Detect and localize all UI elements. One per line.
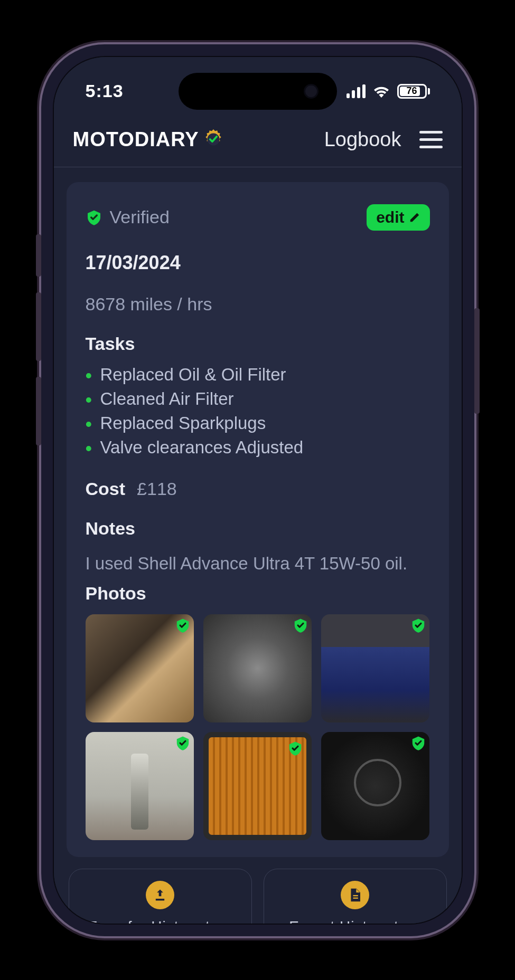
shield-check-icon — [86, 209, 102, 226]
wifi-icon — [373, 85, 390, 98]
task-item: Valve clearances Adjusted — [100, 435, 430, 460]
app-header: MOTODIARY Logbook — [54, 128, 462, 167]
header-section-label[interactable]: Logbook — [324, 128, 401, 151]
photo-thumbnail[interactable] — [203, 732, 312, 840]
battery-indicator: 76 — [397, 84, 430, 99]
entry-mileage: 8678 miles / hrs — [86, 294, 430, 315]
svg-rect-1 — [353, 895, 358, 896]
svg-rect-2 — [353, 898, 358, 899]
shield-check-icon — [287, 740, 303, 756]
photo-thumbnail[interactable] — [86, 732, 194, 840]
shield-check-icon — [410, 735, 426, 751]
task-item: Cleaned Air Filter — [100, 387, 430, 411]
menu-button[interactable] — [419, 131, 443, 148]
tasks-heading: Tasks — [86, 334, 430, 354]
photo-grid — [86, 614, 430, 841]
shield-check-icon — [293, 617, 308, 633]
verified-badge: Verified — [86, 207, 170, 227]
log-entry-card: Verified edit 17/03/2024 8678 miles / hr… — [67, 182, 449, 858]
brand-name: MOTODIARY — [73, 128, 199, 151]
task-item: Replaced Sparkplugs — [100, 411, 430, 435]
battery-percentage: 76 — [406, 85, 417, 97]
tasks-list: Replaced Oil & Oil Filter Cleaned Air Fi… — [86, 363, 430, 460]
phone-frame: 5:13 76 — [41, 44, 474, 936]
entry-date: 17/03/2024 — [86, 252, 430, 274]
notes-heading: Notes — [86, 518, 430, 539]
gear-check-icon — [202, 128, 224, 150]
export-pdf-label: Export History to a PDF file — [274, 917, 437, 923]
verified-label: Verified — [110, 207, 170, 227]
photo-thumbnail[interactable] — [321, 614, 429, 722]
app-screen: 5:13 76 — [54, 57, 462, 924]
photo-thumbnail[interactable] — [86, 614, 194, 722]
photo-thumbnail[interactable] — [203, 614, 312, 722]
photos-heading: Photos — [86, 583, 430, 604]
export-pdf-button[interactable]: Export History to a PDF file — [264, 869, 447, 923]
front-camera — [304, 84, 319, 99]
app-brand[interactable]: MOTODIARY — [73, 128, 224, 151]
task-item: Replaced Oil & Oil Filter — [100, 363, 430, 387]
cost-label: Cost — [86, 479, 126, 499]
edit-button-label: edit — [376, 208, 404, 226]
transfer-history-label: Transfer History to a new owner — [79, 917, 242, 923]
upload-icon — [146, 881, 174, 909]
shield-check-icon — [410, 617, 426, 633]
shield-check-icon — [175, 617, 191, 633]
status-time: 5:13 — [86, 81, 124, 101]
document-icon — [341, 881, 369, 909]
notes-body: I used Shell Advance Ultra 4T 15W-50 oil… — [86, 554, 430, 574]
cellular-signal-icon — [347, 84, 366, 98]
pencil-icon — [409, 212, 420, 223]
phone-volume-down — [36, 377, 41, 445]
phone-power-button — [474, 308, 480, 414]
shield-check-icon — [175, 735, 191, 751]
phone-side-button — [36, 234, 41, 277]
photo-thumbnail[interactable] — [321, 732, 429, 840]
transfer-history-button[interactable]: Transfer History to a new owner — [69, 869, 252, 923]
cost-value: £118 — [137, 479, 177, 499]
dynamic-island — [179, 73, 337, 110]
edit-button[interactable]: edit — [367, 204, 429, 231]
phone-volume-up — [36, 292, 41, 361]
